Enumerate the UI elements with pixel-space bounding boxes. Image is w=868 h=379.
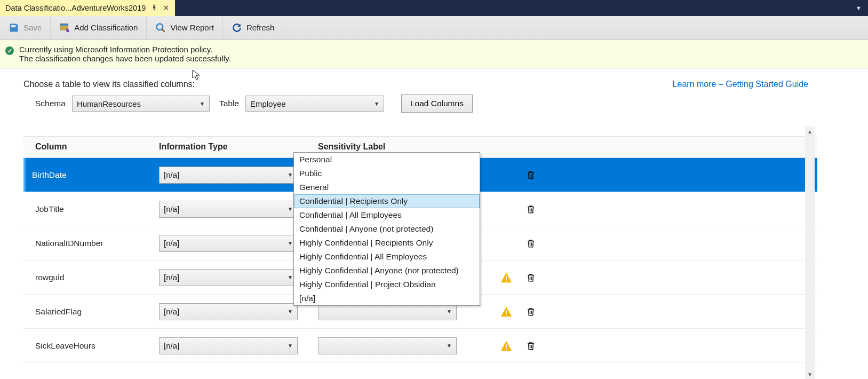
table-select[interactable]: Employee ▼ (245, 96, 384, 112)
scroll-up-icon[interactable]: ▲ (805, 127, 815, 136)
banner-line-2: The classification changes have been upd… (19, 54, 231, 63)
schema-select[interactable]: HumanResources ▼ (72, 96, 210, 112)
info-type-value: [n/a] (164, 170, 179, 179)
info-type-value: [n/a] (164, 204, 179, 214)
svg-rect-10 (506, 349, 507, 350)
schema-label: Schema (35, 99, 66, 108)
chevron-down-icon: ▼ (447, 343, 452, 349)
chevron-down-icon: ▼ (288, 274, 293, 280)
load-columns-button[interactable]: Load Columns (401, 94, 473, 113)
dropdown-option[interactable]: Highly Confidential | All Employees (294, 250, 480, 264)
info-type-select[interactable]: [n/a]▼ (159, 337, 298, 354)
success-check-icon: ✓ (5, 46, 14, 55)
dropdown-option[interactable]: Confidential | Anyone (not protected) (294, 222, 480, 236)
view-report-label: View Report (170, 23, 213, 32)
warning-icon (500, 306, 512, 318)
warning-icon (500, 272, 512, 283)
refresh-icon (232, 22, 242, 33)
warning-cell (494, 306, 519, 318)
add-classification-button[interactable]: Add Classification (51, 16, 147, 39)
delete-icon[interactable] (526, 306, 536, 317)
svg-rect-5 (506, 276, 507, 279)
header-sensitivity: Sensitivity Label (318, 142, 494, 152)
info-type-value: [n/a] (164, 273, 179, 282)
column-name: BirthDate (32, 170, 159, 180)
dropdown-option[interactable]: Confidential | Recipients Only (294, 194, 480, 208)
info-type-select[interactable]: [n/a]▼ (159, 167, 298, 184)
learn-more-link[interactable]: Learn more – Getting Started Guide (673, 80, 808, 89)
dropdown-option[interactable]: Highly Confidential | Recipients Only (294, 236, 480, 250)
header-info-type: Information Type (159, 142, 318, 152)
chevron-down-icon: ▼ (288, 309, 293, 314)
chevron-down-icon: ▼ (200, 101, 205, 107)
delete-icon[interactable] (526, 204, 536, 215)
dropdown-option[interactable]: General (294, 180, 480, 194)
vertical-scrollbar[interactable]: ▲ ▼ (805, 127, 815, 379)
save-icon (9, 22, 19, 33)
delete-icon[interactable] (526, 170, 536, 180)
info-type-select[interactable]: [n/a]▼ (159, 269, 298, 286)
svg-rect-1 (60, 23, 68, 25)
warning-cell (494, 272, 519, 283)
chevron-down-icon: ▼ (288, 240, 293, 246)
blank-area (817, 69, 868, 379)
view-report-button[interactable]: View Report (147, 16, 222, 39)
table-label: Table (219, 99, 239, 108)
info-type-cell: [n/a]▼ (159, 337, 318, 354)
svg-line-4 (162, 29, 165, 31)
delete-icon[interactable] (526, 238, 536, 249)
title-bar: Data Classificatio...AdventureWorks2019 … (0, 0, 868, 16)
delete-cell (519, 272, 543, 283)
grid-row[interactable]: SickLeaveHours[n/a]▼▼ (23, 329, 868, 363)
chevron-down-icon: ▼ (288, 206, 293, 212)
scroll-down-icon[interactable]: ▼ (805, 369, 815, 379)
dropdown-option[interactable]: [n/a] (294, 291, 480, 305)
sensitivity-dropdown[interactable]: PersonalPublicGeneralConfidential | Reci… (293, 152, 480, 306)
dropdown-option[interactable]: Public (294, 167, 480, 180)
header-column: Column (35, 142, 159, 152)
delete-cell (519, 306, 543, 317)
save-button[interactable]: Save (0, 16, 51, 39)
toolbar: Save Add Classification View Report Refr… (0, 16, 868, 40)
delete-cell (519, 238, 543, 249)
info-type-select[interactable]: [n/a]▼ (159, 235, 298, 252)
sensitivity-select[interactable]: ▼ (318, 337, 457, 354)
column-name: NationalIDNumber (35, 239, 159, 248)
svg-rect-8 (506, 314, 507, 315)
dropdown-option[interactable]: Personal (294, 153, 480, 167)
schema-value: HumanResources (77, 99, 141, 108)
table-value: Employee (250, 99, 286, 108)
dropdown-option[interactable]: Highly Confidential | Anyone (not protec… (294, 264, 480, 278)
banner-line-1: Currently using Microsoft Information Pr… (19, 45, 231, 54)
dropdown-option[interactable]: Confidential | All Employees (294, 208, 480, 222)
column-name: SalariedFlag (35, 307, 159, 317)
sensitivity-cell: ▼ (318, 337, 494, 354)
warning-icon (500, 340, 512, 352)
delete-icon[interactable] (526, 272, 536, 283)
document-tab[interactable]: Data Classificatio...AdventureWorks2019 … (0, 0, 175, 16)
chevron-down-icon: ▼ (288, 172, 293, 178)
info-type-select[interactable]: [n/a]▼ (159, 303, 298, 320)
column-name: JobTitle (35, 204, 159, 214)
svg-rect-9 (506, 344, 507, 348)
overflow-chevron-icon[interactable]: ▼ (849, 0, 868, 16)
info-type-value: [n/a] (164, 307, 179, 316)
column-name: rowguid (35, 273, 159, 282)
info-type-value: [n/a] (164, 341, 179, 350)
svg-point-2 (67, 29, 69, 32)
refresh-button[interactable]: Refresh (223, 16, 284, 39)
chevron-down-icon: ▼ (374, 101, 379, 107)
magnifier-icon (155, 22, 166, 33)
delete-cell (519, 170, 543, 180)
warning-cell (494, 340, 519, 352)
info-banner: ✓ Currently using Microsoft Information … (0, 40, 868, 69)
chevron-down-icon: ▼ (288, 343, 293, 349)
dropdown-option[interactable]: Highly Confidential | Project Obsidian (294, 278, 480, 291)
delete-cell (519, 341, 543, 351)
info-type-select[interactable]: [n/a]▼ (159, 201, 298, 218)
close-icon[interactable]: ✕ (163, 3, 170, 13)
svg-point-3 (157, 23, 163, 30)
pin-icon[interactable] (151, 4, 157, 12)
delete-icon[interactable] (526, 341, 536, 351)
delete-cell (519, 204, 543, 215)
